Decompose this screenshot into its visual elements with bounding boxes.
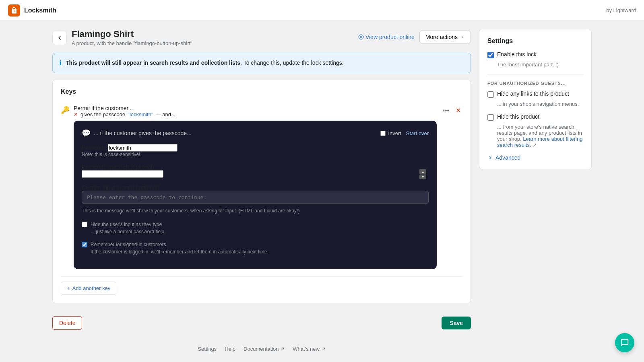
- hide-input-text: Hide the user's input as they type: [91, 221, 166, 228]
- hide-links-checkbox[interactable]: [487, 91, 494, 98]
- invert-checkbox[interactable]: [380, 131, 386, 136]
- key-row: 🔑 Permit if the customer... ✕ gives the …: [61, 101, 462, 277]
- enable-lock-row: Enable this lock: [487, 51, 583, 58]
- passcode-input[interactable]: [108, 144, 178, 152]
- popup-panel: 💬 ... if the customer gives the passcode…: [74, 121, 437, 269]
- unauthorized-label: For unauthorized guests...: [487, 81, 583, 86]
- uses-input[interactable]: [82, 170, 163, 178]
- uses-label: Passcode uses left (optional): [82, 164, 154, 170]
- app-name: Locksmith: [24, 7, 56, 14]
- left-column: Flamingo Shirt A product, with the handl…: [52, 29, 471, 358]
- enable-lock-label: Enable this lock: [497, 51, 537, 58]
- chat-button[interactable]: [615, 333, 634, 352]
- hide-product-label: Hide this product: [497, 113, 539, 120]
- page-header-left: Flamingo Shirt A product, with the handl…: [52, 29, 192, 46]
- spinner-down-button[interactable]: ▼: [419, 174, 426, 179]
- prompt-desc: This is the message we'll show to your c…: [82, 207, 429, 214]
- condition-x-icon: ✕: [74, 111, 78, 117]
- popup-condition-label: ... if the customer gives the passcode..…: [94, 130, 192, 136]
- save-button[interactable]: Save: [442, 317, 471, 329]
- keys-section-title: Keys: [61, 88, 462, 95]
- add-key-area: + Add another key: [61, 282, 462, 295]
- info-banner: ℹ This product will still appear in sear…: [52, 53, 471, 73]
- add-key-icon: +: [67, 285, 70, 291]
- start-over-button[interactable]: Start over: [406, 130, 429, 136]
- hide-input-row: Hide the user's input as they type ... j…: [82, 221, 429, 235]
- bottom-actions: Delete Save: [52, 310, 471, 336]
- hide-product-checkbox[interactable]: [487, 114, 494, 121]
- spinner-up-button[interactable]: ▲: [419, 169, 426, 174]
- key-icon: 🔑: [61, 106, 70, 115]
- back-button[interactable]: [52, 31, 67, 45]
- footer-settings-link[interactable]: Settings: [198, 346, 217, 352]
- info-banner-text: This product will still appear in search…: [66, 59, 344, 67]
- footer-whats-new-link[interactable]: What's new ↗: [293, 346, 325, 352]
- info-banner-bold: This product will still appear in search…: [66, 60, 242, 66]
- custom-prompt-section: Custom input prompt (optional) This is t…: [82, 184, 429, 214]
- right-column: Settings Enable this lock The most impor…: [479, 29, 592, 358]
- advanced-toggle[interactable]: Advanced: [487, 154, 583, 161]
- settings-title: Settings: [487, 37, 583, 45]
- main-layout: Flamingo Shirt A product, with the handl…: [40, 21, 604, 362]
- divider-1: [487, 74, 583, 74]
- add-key-button[interactable]: + Add another key: [61, 282, 116, 295]
- remember-row: Remember for signed-in customers If the …: [82, 241, 429, 255]
- keys-card: Keys 🔑 Permit if the customer... ✕ gives…: [52, 80, 471, 303]
- page-header: Flamingo Shirt A product, with the handl…: [52, 29, 471, 46]
- footer-docs-link[interactable]: Documentation ↗: [244, 346, 285, 352]
- invert-checkbox-row[interactable]: Invert: [380, 130, 401, 136]
- passcode-label: Passcode: [82, 144, 106, 151]
- topbar-by: by Lightward: [606, 7, 636, 13]
- more-actions-button[interactable]: More actions: [419, 31, 471, 43]
- delete-button[interactable]: Delete: [52, 316, 82, 330]
- key-condition-prefix: gives the passcode: [80, 111, 125, 117]
- page-title-block: Flamingo Shirt A product, with the handl…: [72, 29, 192, 46]
- footer-docs-label: Documentation: [244, 346, 279, 352]
- spinner-buttons: ▲ ▼: [419, 169, 426, 179]
- view-product-button[interactable]: View product online: [358, 34, 415, 40]
- prompt-label: Custom input prompt (optional): [82, 184, 159, 191]
- footer-whats-new-external-icon: ↗: [321, 346, 326, 352]
- hide-product-hint: ... from your store's native search resu…: [487, 124, 583, 148]
- add-key-label: Add another key: [72, 285, 111, 291]
- footer: Settings Help Documentation ↗ What's new…: [52, 339, 471, 358]
- key-more-button[interactable]: •••: [441, 105, 451, 116]
- popup-header: 💬 ... if the customer gives the passcode…: [82, 129, 429, 138]
- key-condition: ✕ gives the passcode "locksmith" — and..…: [74, 111, 437, 117]
- invert-label: Invert: [388, 130, 401, 136]
- advanced-label: Advanced: [495, 154, 520, 161]
- popup-header-actions: Invert Start over: [380, 130, 429, 136]
- app-icon: [8, 4, 20, 16]
- footer-docs-external-icon: ↗: [280, 346, 285, 352]
- uses-section: Passcode uses left (optional) ▲ ▼: [82, 164, 429, 178]
- key-condition-value: "locksmith": [128, 111, 153, 117]
- popup-condition-text: 💬 ... if the customer gives the passcode…: [82, 129, 192, 138]
- remember-label: Remember for signed-in customers If the …: [91, 241, 268, 255]
- hide-input-checkbox[interactable]: [82, 222, 87, 227]
- hide-input-label: Hide the user's input as they type ... j…: [91, 221, 166, 235]
- prompt-input[interactable]: [82, 191, 429, 204]
- hide-links-row: Hide any links to this product: [487, 90, 583, 98]
- info-icon: ℹ: [59, 59, 62, 67]
- footer-whats-new-label: What's new: [293, 346, 320, 352]
- hide-links-hint: ... in your shop's navigation menus.: [487, 101, 583, 107]
- hide-links-label: Hide any links to this product: [497, 90, 569, 97]
- settings-card: Settings Enable this lock The most impor…: [479, 29, 592, 169]
- topbar: Locksmith by Lightward: [0, 0, 644, 21]
- chat-bubble-icon: 💬: [82, 129, 91, 138]
- footer-help-link[interactable]: Help: [225, 346, 235, 352]
- uses-spinner: ▲ ▼: [82, 170, 429, 178]
- remember-checkbox[interactable]: [82, 242, 87, 247]
- info-banner-rest: To change this, update the lock settings…: [244, 60, 344, 66]
- enable-lock-hint: The most important part. :): [487, 62, 583, 68]
- page-subtitle: A product, with the handle "flamingo-but…: [72, 40, 192, 46]
- hide-product-external-icon: ↗: [533, 142, 537, 148]
- key-remove-button[interactable]: ✕: [454, 105, 462, 116]
- more-actions-label: More actions: [425, 34, 458, 40]
- key-title: Permit if the customer...: [74, 105, 437, 111]
- enable-lock-checkbox[interactable]: [487, 52, 494, 58]
- passcode-note: Note: this is case-sensitive!: [82, 152, 429, 157]
- page-header-actions: View product online More actions: [358, 31, 471, 43]
- hide-product-row: Hide this product: [487, 113, 583, 121]
- topbar-left: Locksmith: [8, 4, 56, 16]
